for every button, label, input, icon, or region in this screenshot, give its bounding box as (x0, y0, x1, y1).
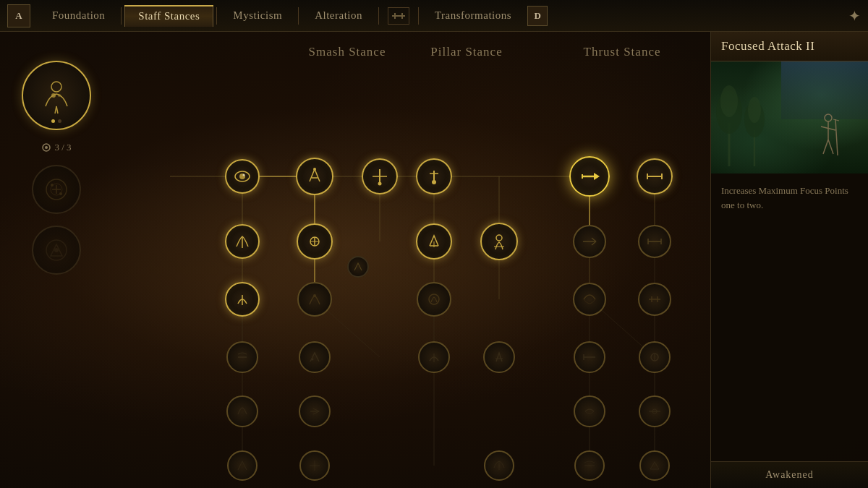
skill-node-row6-a[interactable] (227, 450, 258, 481)
skill-node-row6-e[interactable] (639, 450, 670, 481)
nav-item-alteration[interactable]: Alteration (302, 5, 375, 26)
skill-image (711, 61, 868, 174)
skill-node-row5-c[interactable] (574, 395, 605, 427)
main-content: 3 / 3 (0, 32, 868, 488)
svg-point-47 (243, 174, 245, 176)
nav-separator-5 (418, 7, 419, 25)
skill-node-row5-d[interactable] (639, 395, 671, 427)
skill-node-row3-d[interactable] (573, 283, 606, 316)
skill-node-row3-c[interactable] (417, 282, 451, 317)
left-sidebar: 3 / 3 (22, 61, 91, 275)
svg-point-101 (748, 97, 761, 123)
skill-title: Focused Attack II (721, 39, 858, 53)
skill-node-row6-d[interactable] (574, 450, 605, 481)
sidebar-skill-2[interactable] (32, 226, 81, 275)
svg-point-103 (825, 114, 832, 121)
skill-node-smash-cross[interactable] (362, 158, 398, 194)
nav-end-decoration: ✦ (848, 7, 861, 25)
skill-node-row4-d[interactable] (483, 341, 515, 373)
character-circle[interactable] (22, 61, 91, 130)
nav-item-transformations[interactable]: Transformations (422, 5, 524, 26)
skill-node-row6-b[interactable] (299, 450, 330, 481)
character-level-label: 3 / 3 (41, 142, 71, 153)
nav-separator-4 (378, 7, 379, 25)
skill-node-pillar-top[interactable] (416, 158, 452, 194)
skill-node-row3-b[interactable] (297, 282, 332, 317)
svg-point-76 (429, 294, 439, 304)
svg-line-107 (828, 140, 833, 154)
skill-node-row5-b[interactable] (299, 395, 331, 427)
nav-icon-box (388, 7, 409, 25)
skill-node-thrust-right-top[interactable] (637, 158, 673, 194)
smash-stance-label: Smash Stance (309, 45, 386, 59)
svg-point-66 (496, 235, 502, 241)
skill-node-row2-b[interactable] (297, 223, 333, 260)
skill-node-row6-c[interactable] (484, 450, 514, 481)
svg-point-81 (312, 359, 314, 361)
skill-node-row2-a[interactable] (225, 224, 260, 259)
skill-node-row4-b[interactable] (299, 341, 331, 373)
nav-separator-1 (121, 7, 122, 25)
connection-lines (112, 32, 710, 488)
svg-point-51 (378, 182, 382, 186)
svg-point-48 (313, 168, 316, 171)
svg-point-15 (54, 248, 59, 252)
navigation-bar: A Foundation Staff Stances Mysticism Alt… (0, 0, 868, 32)
svg-line-109 (833, 119, 839, 121)
skill-description: Increases Maximum Focus Points one to tw… (711, 174, 868, 461)
dot-2 (58, 119, 61, 123)
skill-node-row2-small[interactable] (347, 256, 369, 278)
skill-node-row3-a[interactable] (225, 282, 260, 317)
skill-tree-area: 3 / 3 (0, 32, 710, 488)
skill-node-row4-a[interactable] (226, 341, 258, 373)
skill-node-row2-e[interactable] (573, 225, 606, 258)
skill-node-row4-e[interactable] (574, 341, 605, 373)
scene-figure (817, 112, 839, 163)
skill-node-row2-f[interactable] (638, 225, 671, 258)
skill-node-row5-a[interactable] (226, 395, 258, 427)
skill-status: Awakened (711, 461, 868, 488)
svg-line-7 (56, 106, 58, 114)
nav-item-mysticism[interactable]: Mysticism (220, 5, 295, 26)
nav-button-d[interactable]: D (527, 6, 548, 26)
svg-point-4 (51, 93, 56, 98)
svg-point-53 (432, 180, 436, 184)
skill-node-smash-top[interactable] (296, 158, 333, 195)
pillar-stance-label: Pillar Stance (430, 45, 502, 59)
svg-point-13 (59, 192, 62, 195)
svg-point-12 (51, 184, 54, 187)
svg-point-3 (51, 82, 61, 92)
skill-node-thrust-top[interactable] (569, 156, 610, 197)
svg-rect-102 (781, 61, 868, 119)
skill-node-eye[interactable] (225, 159, 260, 194)
skill-node-row2-c[interactable] (416, 223, 452, 260)
nav-button-a[interactable]: A (7, 4, 30, 27)
svg-point-5 (58, 94, 61, 97)
skill-node-row2-d[interactable] (480, 223, 518, 260)
svg-point-9 (45, 146, 48, 149)
skill-node-row4-f[interactable] (639, 341, 671, 373)
svg-line-106 (823, 140, 828, 154)
svg-line-108 (835, 119, 838, 155)
sidebar-skill-1[interactable] (32, 165, 81, 214)
stances-container: Smash Stance Pillar Stance Thrust Stance (112, 32, 710, 488)
nav-item-foundation[interactable]: Foundation (39, 5, 118, 26)
svg-marker-56 (594, 173, 600, 180)
svg-point-75 (313, 294, 316, 297)
skill-node-row4-c[interactable] (418, 341, 450, 373)
skill-title-bar: Focused Attack II (711, 32, 868, 61)
svg-point-98 (720, 85, 738, 117)
nav-separator-3 (298, 7, 299, 25)
skill-node-row3-e[interactable] (638, 283, 671, 316)
dot-1 (51, 119, 55, 123)
nav-item-staff-stances[interactable]: Staff Stances (124, 5, 213, 27)
nav-separator-2 (216, 7, 217, 25)
right-panel: Focused Attack II (710, 32, 868, 488)
thrust-stance-label: Thrust Stance (584, 45, 661, 59)
